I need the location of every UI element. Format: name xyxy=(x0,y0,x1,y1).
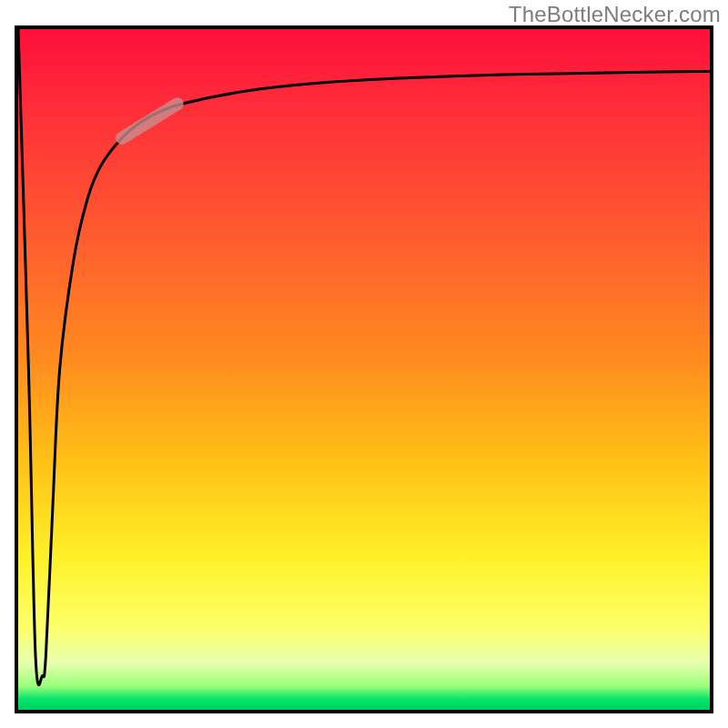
bottleneck-curve xyxy=(18,29,710,685)
attribution-label: TheBottleNecker.com xyxy=(509,2,721,27)
chart-svg xyxy=(18,29,710,710)
highlight-marker xyxy=(122,104,177,137)
plot-area xyxy=(18,29,710,710)
chart-frame: TheBottleNecker.com xyxy=(0,0,728,728)
